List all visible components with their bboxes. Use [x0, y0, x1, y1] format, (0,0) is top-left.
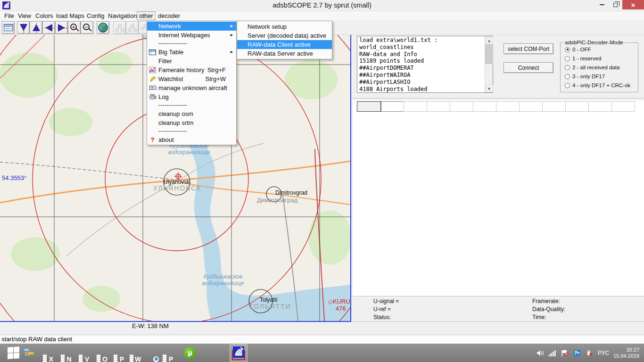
log-scrollbar[interactable]: ▲ ▼ — [485, 36, 493, 92]
taskbar-outlook[interactable]: O — [99, 351, 103, 355]
taskbar-utorrent[interactable]: µ — [182, 345, 198, 361]
divider — [353, 296, 644, 297]
table-header-cell[interactable] — [427, 101, 450, 112]
time-label: Time: — [532, 314, 546, 321]
radio-icon[interactable] — [565, 56, 570, 61]
radio-icon[interactable] — [565, 47, 570, 52]
menu-config[interactable]: Config — [85, 11, 107, 20]
pan-left-button[interactable] — [42, 21, 55, 34]
menu-item-cleanup-osm[interactable]: cleanup osm — [147, 109, 236, 118]
radio-mode-1[interactable]: 1 - reserved — [565, 55, 601, 62]
aircraft-table-body[interactable] — [353, 100, 644, 296]
table-header-cell[interactable] — [404, 101, 427, 112]
menu-colors[interactable]: Colors — [33, 11, 55, 20]
network-signal-icon[interactable] — [549, 349, 557, 357]
table-header-cell[interactable] — [473, 101, 496, 112]
zoom-out-button[interactable]: − — [81, 21, 93, 34]
taskbar-powerpoint[interactable]: P — [116, 351, 120, 355]
table-header-cell[interactable] — [519, 101, 543, 112]
table-header-cell[interactable] — [565, 101, 589, 112]
menu-item-watchlist[interactable]: WatchlistStrg+W — [147, 74, 236, 83]
menu-item-big-table[interactable]: Big Table► — [147, 48, 236, 57]
pan-right-button[interactable] — [55, 21, 68, 34]
about-question-icon: ? — [149, 136, 157, 143]
pan-down-button[interactable] — [17, 21, 30, 34]
load-log-textarea[interactable]: load extra\world1.txt : world_coastlines… — [357, 36, 493, 93]
app-tray-icon[interactable] — [573, 349, 581, 357]
radio-icon[interactable] — [565, 65, 570, 70]
menu-item-internet-webpages[interactable]: Internet Webpages► — [147, 31, 236, 40]
table-selected-cell[interactable] — [381, 101, 404, 112]
minimize-button[interactable] — [595, 0, 609, 9]
submenu-item-server-decoded-active[interactable]: Server (decoded data) active — [237, 31, 332, 40]
network-button-2 — [126, 21, 139, 34]
taskbar-word[interactable]: W — [132, 351, 136, 355]
language-indicator[interactable]: РУС — [598, 350, 609, 356]
taskbar-excel[interactable]: X — [45, 351, 49, 355]
log-line: ##AirportDOMERAT — [359, 65, 493, 72]
action-center-flag-icon[interactable] — [561, 349, 569, 357]
radio-icon[interactable] — [565, 83, 570, 88]
statusbar-hint: start/stop RAW data client — [1, 336, 72, 343]
tray-time: 20:27 — [613, 347, 639, 353]
status-label: Status: — [373, 314, 391, 321]
menu-decoder[interactable]: decoder — [156, 11, 182, 20]
menu-item-cleanup-srtm[interactable]: cleanup srtm — [147, 118, 236, 127]
volume-icon[interactable] — [537, 349, 545, 357]
table-header-cell[interactable] — [450, 101, 473, 112]
table-header-cell[interactable] — [496, 101, 520, 112]
start-button[interactable] — [6, 345, 22, 361]
taskbar-discord[interactable] — [212, 351, 216, 355]
table-icon — [149, 49, 157, 56]
scroll-down-icon[interactable]: ▼ — [485, 84, 493, 92]
submenu-item-network-setup[interactable]: Network setup — [237, 22, 332, 31]
taskbar-file-explorer[interactable] — [25, 351, 29, 355]
scroll-up-icon[interactable]: ▲ — [485, 36, 493, 44]
table-header-cell[interactable] — [542, 101, 566, 112]
taskbar-adsbscope[interactable] — [230, 345, 247, 362]
menu-view[interactable]: View — [16, 11, 33, 20]
submenu-item-raw-data-server-active[interactable]: RAW-data Server active — [237, 49, 332, 58]
world-view-button[interactable] — [97, 21, 109, 34]
menu-file[interactable]: File — [2, 11, 16, 20]
submenu-arrow-icon: ► — [230, 31, 234, 40]
taskbar-onenote[interactable]: N — [63, 351, 67, 355]
watchlist-pen-icon — [149, 75, 157, 82]
menu-item-network[interactable]: Network► — [147, 22, 236, 31]
titlebar[interactable]: adsbSCOPE 2.7 by sprut (small) × — [0, 0, 644, 11]
close-button[interactable]: × — [622, 0, 644, 9]
taskbar-chrome[interactable] — [148, 351, 152, 355]
clock[interactable]: 20:27 15.04.2019 — [613, 347, 639, 359]
menu-item-framerate-history[interactable]: Famerate historyStrg+F — [147, 66, 236, 74]
big-table-button[interactable] — [2, 21, 15, 34]
menu-item-manage-unknown-aircraft[interactable]: ? manage unknown aircraft — [147, 83, 236, 92]
radio-mode-0[interactable]: 0 - OFF — [565, 46, 591, 53]
svg-text:?: ? — [151, 86, 154, 90]
pan-up-button[interactable] — [30, 21, 42, 34]
taskbar-visio[interactable]: V — [81, 351, 85, 355]
menu-separator: -------------- — [147, 101, 236, 109]
taskbar-project[interactable]: P — [165, 351, 169, 355]
adsbscope-icon — [232, 350, 245, 360]
scrollbar-thumb[interactable] — [485, 44, 493, 64]
connect-button[interactable]: Connect — [504, 62, 553, 73]
radio-icon[interactable] — [565, 74, 570, 79]
zoom-in-button[interactable]: + — [68, 21, 81, 34]
safely-remove-icon[interactable] — [586, 349, 594, 357]
table-header-cell[interactable] — [611, 101, 635, 112]
menu-load-maps[interactable]: load Maps — [54, 11, 86, 20]
radio-mode-3[interactable]: 3 - only DF17 — [565, 73, 605, 80]
restore-button[interactable] — [609, 0, 622, 9]
select-com-port-button[interactable]: select COM-Port — [504, 43, 553, 54]
radio-mode-4[interactable]: 4 - only DF17 + CRC-ok — [565, 82, 630, 89]
table-corner-cell[interactable] — [357, 101, 381, 112]
menu-navigation[interactable]: Navigation — [106, 11, 139, 20]
log-line: load extra\world1.txt : — [359, 37, 493, 44]
menu-item-log[interactable]: Log — [147, 92, 236, 101]
radio-mode-2[interactable]: 2 - all received data — [565, 64, 619, 71]
table-header-cell[interactable] — [588, 101, 612, 112]
submenu-item-raw-data-client-active[interactable]: RAW-data Client active — [237, 40, 332, 49]
menu-item-about[interactable]: ?about — [147, 135, 236, 144]
menu-other[interactable]: other — [137, 11, 156, 20]
menu-item-filter[interactable]: Filter — [147, 57, 236, 66]
